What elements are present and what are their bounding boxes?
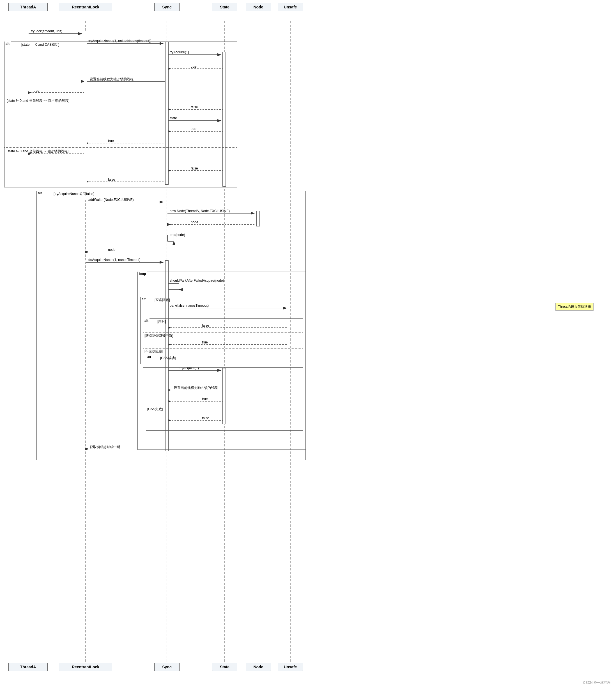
fragment-alt-cas: alt [CAS成功] [CAS失败] (146, 355, 303, 431)
lifeline-box-threadA: ThreadA (8, 3, 48, 11)
lifeline-box-sync: Sync (154, 3, 179, 11)
lifeline-box-state: State (212, 3, 237, 11)
lifeline-box-threadA-bottom: ThreadA (8, 663, 48, 671)
lifeline-box-reentrantlock: ReentrantLock (59, 3, 112, 11)
lifeline-box-unsafe-bottom: Unsafe (278, 663, 303, 671)
lifeline-box-sync-bottom: Sync (154, 663, 179, 671)
note-threadA-waiting: ThreadA进入等待状态 (555, 303, 594, 310)
label-trylock: tryLock(timeout, unit) (31, 29, 62, 33)
lifeline-box-node-bottom: Node (246, 663, 271, 671)
watermark: CSDN @一杯可乐 (583, 681, 610, 685)
lifeline-box-reentrantlock-bottom: ReentrantLock (59, 663, 112, 671)
lifeline-box-unsafe: Unsafe (278, 3, 303, 11)
lifeline-box-state-bottom: State (212, 663, 237, 671)
fragment-alt1: alt [state == 0 and CAS成功] [state != 0 a… (4, 42, 237, 188)
sequence-diagram: ThreadA ReentrantLock Sync State Node Un… (0, 0, 616, 688)
lifeline-box-node: Node (246, 3, 271, 11)
